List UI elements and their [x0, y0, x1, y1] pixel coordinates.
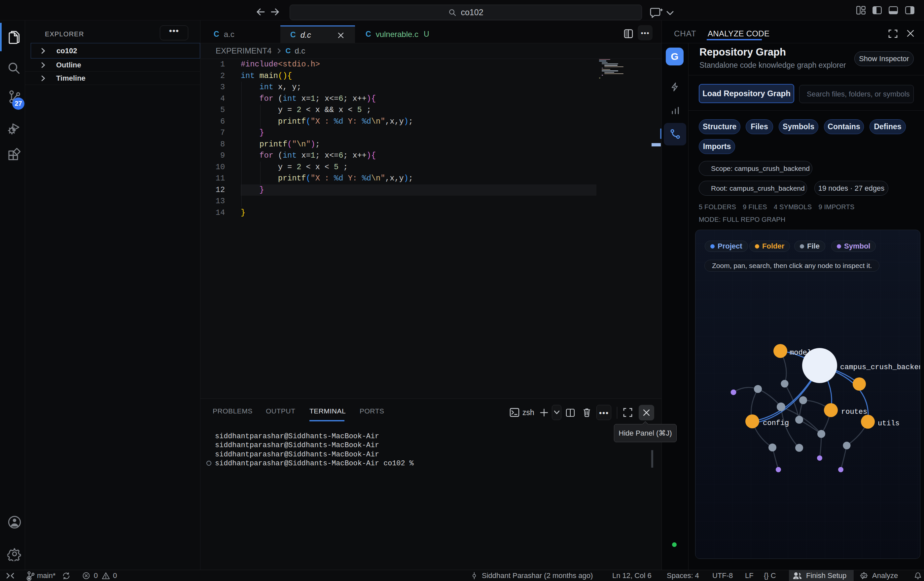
svg-text:routes: routes	[841, 408, 867, 416]
svg-text:utils: utils	[878, 419, 899, 428]
svg-text:campus_crush_backend: campus_crush_backend	[840, 363, 921, 371]
svg-text:config: config	[763, 419, 789, 427]
